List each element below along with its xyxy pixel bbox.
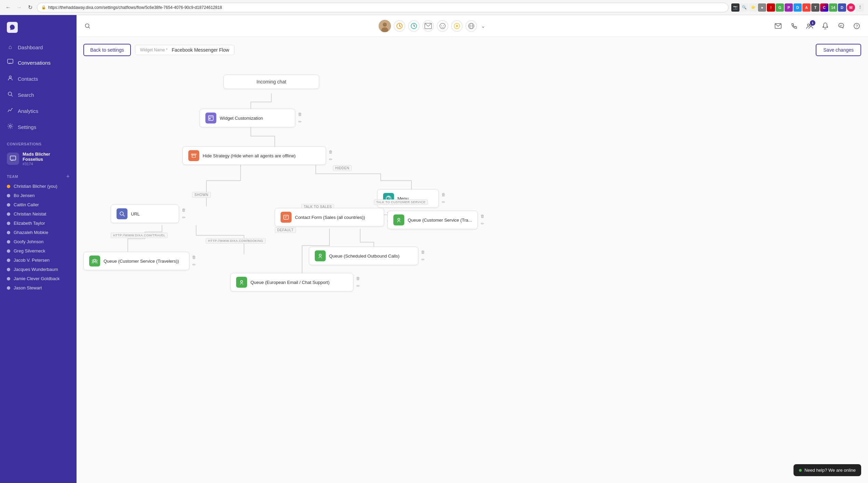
team-member-jacques[interactable]: Jacques Wunderbaum <box>0 265 77 274</box>
team-chat-btn[interactable] <box>835 20 847 32</box>
node-edit-btn[interactable]: ✏ <box>181 214 187 221</box>
team-member-greg[interactable]: Greg Silverneck <box>0 246 77 256</box>
back-to-settings-btn[interactable]: Back to settings <box>83 44 131 56</box>
ext-6[interactable]: A <box>802 3 811 12</box>
node-edit-btn[interactable]: ✏ <box>355 283 361 289</box>
sidebar-item-search[interactable]: Search <box>0 87 77 103</box>
node-actions: 🗑 ✏ <box>355 275 361 289</box>
ext-10[interactable]: D <box>838 3 846 12</box>
team-member-christian-n[interactable]: Christian Neistat <box>0 209 77 219</box>
team-member-goofy[interactable]: Goofy Johnson <box>0 237 77 246</box>
node-queue-cs-travelers-1[interactable]: Queue (Customer Service (Travelers)) 🗑 ✏ <box>83 252 189 270</box>
ext-7[interactable]: T <box>811 3 819 12</box>
status-circle-icon[interactable] <box>451 20 463 32</box>
ext-2[interactable]: ! <box>767 3 775 12</box>
sidebar-item-conversations[interactable]: Conversations <box>0 55 77 71</box>
ext-search[interactable]: 🔍 <box>740 3 748 12</box>
team-member-bo[interactable]: Bo Jensen <box>0 191 77 200</box>
node-edit-btn[interactable]: ✏ <box>420 257 426 263</box>
node-edit-btn[interactable]: ✏ <box>479 221 486 227</box>
browser-refresh-btn[interactable]: ↻ <box>26 3 34 12</box>
help-bubble[interactable]: Need help? We are online <box>794 464 861 476</box>
node-queue-scheduled[interactable]: Queue (Scheduled Outbound Calls) 🗑 ✏ <box>309 247 418 265</box>
ext-camera[interactable]: 📷 <box>731 3 740 12</box>
node-contact-form[interactable]: Contact Form (Sales (all countries)) 🗑 ✏ <box>275 208 384 226</box>
status-face-icon[interactable] <box>437 20 448 32</box>
node-delete-btn[interactable]: 🗑 <box>328 149 334 155</box>
node-delete-btn[interactable]: 🗑 <box>440 192 447 198</box>
browser-back-btn[interactable]: ← <box>4 3 12 12</box>
ext-9[interactable]: 14 <box>829 3 837 12</box>
node-incoming-chat[interactable]: Incoming chat <box>223 75 319 89</box>
team-member-elizabeth[interactable]: Elizabeth Taylor <box>0 219 77 228</box>
ext-1[interactable]: ● <box>758 3 766 12</box>
node-edit-btn[interactable]: ✏ <box>328 156 334 162</box>
node-delete-btn[interactable]: 🗑 <box>191 254 197 260</box>
user-avatar[interactable] <box>379 20 391 32</box>
ext-4[interactable]: P <box>785 3 793 12</box>
node-delete-btn[interactable]: 🗑 <box>297 111 303 117</box>
save-changes-btn[interactable]: Save changes <box>816 44 861 56</box>
browser-forward-btn[interactable]: → <box>15 3 23 12</box>
queue-european-icon <box>236 277 247 288</box>
status-dot <box>7 259 10 262</box>
node-delete-btn[interactable]: 🗑 <box>181 207 187 213</box>
sidebar-item-contacts[interactable]: Contacts <box>0 71 77 87</box>
logo-icon[interactable] <box>7 22 18 33</box>
email-btn[interactable] <box>772 20 784 32</box>
users-btn[interactable]: 1 <box>804 20 815 32</box>
node-hide-strategy[interactable]: Hide Strategy (Hide when all agents are … <box>182 146 326 165</box>
active-conversation-item[interactable]: Mads Blicher Fosselius #3174 <box>0 148 77 169</box>
status-email-icon[interactable] <box>422 20 434 32</box>
topbar-search-btn[interactable] <box>82 21 93 31</box>
team-member-jamie[interactable]: Jamie Clever Goldback <box>0 274 77 283</box>
status-globe-icon[interactable] <box>465 20 477 32</box>
svg-point-12 <box>440 23 445 29</box>
node-widget-customization[interactable]: Widget Customization 🗑 ✏ <box>200 109 295 127</box>
flow-canvas[interactable]: Incoming chat Widget Customization 🗑 ✏ <box>77 64 868 483</box>
sidebar-item-dashboard[interactable]: ⌂ Dashboard <box>0 40 77 55</box>
status-priority-icon[interactable] <box>394 20 405 32</box>
ext-more[interactable]: ⋮ <box>856 3 864 12</box>
node-edit-btn[interactable]: ✏ <box>440 199 447 205</box>
sidebar-item-label: Analytics <box>18 108 38 114</box>
help-btn[interactable]: ? <box>851 20 863 32</box>
svg-point-5 <box>85 24 89 27</box>
status-clock-icon[interactable] <box>408 20 420 32</box>
team-member-caitlin[interactable]: Caitlin Caller <box>0 200 77 209</box>
node-edit-btn[interactable]: ✏ <box>191 262 197 268</box>
ext-8[interactable]: C <box>820 3 828 12</box>
queue-icon <box>89 256 100 266</box>
status-dot <box>7 268 10 271</box>
topbar-chevron-btn[interactable]: ⌄ <box>480 22 487 30</box>
team-label: Team <box>7 174 18 179</box>
team-member-ghazaleh[interactable]: Ghazaleh Mobkie <box>0 228 77 237</box>
sidebar-item-settings[interactable]: Settings <box>0 119 77 135</box>
node-delete-btn[interactable]: 🗑 <box>355 275 361 282</box>
node-delete-btn[interactable]: 🗑 <box>420 249 426 255</box>
node-queue-cs-travelers-2[interactable]: Queue (Customer Service (Tra... 🗑 ✏ <box>388 211 478 229</box>
label-shown: SHOWN <box>192 192 211 198</box>
ext-avatar[interactable]: M <box>847 3 855 12</box>
browser-url-bar[interactable]: 🔒 https://thehaddaway.dixa.com/settings/… <box>37 3 729 12</box>
ext-5[interactable]: D <box>794 3 802 12</box>
team-add-btn[interactable]: + <box>66 173 70 180</box>
ext-star[interactable]: ⭐ <box>749 3 757 12</box>
phone-btn[interactable] <box>788 20 800 32</box>
team-member-jacob[interactable]: Jacob V. Petersen <box>0 256 77 265</box>
status-dot <box>7 240 10 244</box>
bell-btn[interactable] <box>819 20 831 32</box>
node-url[interactable]: URL 🗑 ✏ <box>111 205 179 223</box>
team-member-name: Elizabeth Taylor <box>14 221 45 226</box>
users-badge: 1 <box>810 20 815 26</box>
node-edit-btn[interactable]: ✏ <box>297 119 303 125</box>
team-member-christian[interactable]: Christian Blicher (you) <box>0 182 77 191</box>
sidebar-item-label: Conversations <box>18 60 51 66</box>
team-member-jason[interactable]: Jason Stewart <box>0 283 77 292</box>
contacts-icon <box>7 75 14 83</box>
svg-point-21 <box>808 24 810 26</box>
node-delete-btn[interactable]: 🗑 <box>479 213 486 219</box>
ext-3[interactable]: G <box>776 3 784 12</box>
sidebar-item-analytics[interactable]: Analytics <box>0 103 77 119</box>
node-queue-european[interactable]: Queue (European Email / Chat Support) 🗑 … <box>230 273 353 291</box>
